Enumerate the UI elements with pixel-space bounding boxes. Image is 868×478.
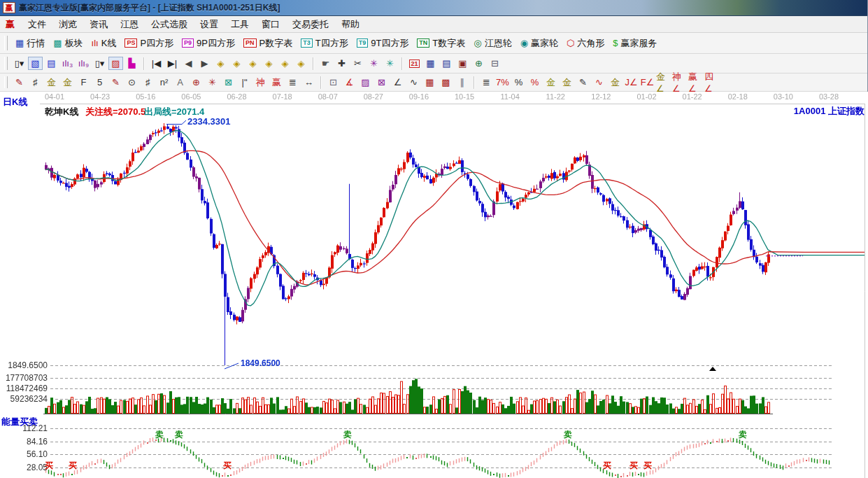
gann-diamond-right-icon[interactable]: ◈: [229, 57, 244, 70]
shen-angle-icon[interactable]: 神∠: [672, 76, 687, 89]
web-service-icon[interactable]: ⊕: [471, 57, 486, 70]
calculator-icon[interactable]: ▦: [423, 57, 438, 70]
circle-3-icon[interactable]: ⊙: [124, 76, 139, 89]
scissors-tool-icon[interactable]: ✂: [350, 57, 365, 70]
menu-item-4[interactable]: 公式选股: [145, 17, 194, 31]
box-fan-icon[interactable]: ⊠: [374, 76, 389, 89]
gold-circle-icon[interactable]: 金: [543, 76, 558, 89]
gann-diamond-star-icon[interactable]: ◈: [278, 57, 292, 70]
last-page-icon[interactable]: ▶|: [165, 57, 180, 70]
menu-item-1[interactable]: 浏览: [52, 17, 83, 31]
wave-tool-icon[interactable]: ∿: [406, 76, 421, 89]
9p-square-button[interactable]: P99P四方形: [180, 36, 237, 50]
p-number-table-button[interactable]: PNP数字表: [241, 36, 294, 50]
color-histogram-icon[interactable]: ▙: [124, 57, 139, 70]
save-icon[interactable]: ▣: [455, 57, 470, 70]
t-number-table-button[interactable]: TNT数字表: [415, 36, 467, 50]
calendar-21-icon[interactable]: 21: [407, 57, 422, 70]
menu-item-3[interactable]: 江恩: [114, 17, 145, 31]
angle-a-icon[interactable]: A: [173, 76, 187, 89]
flower-purple-icon[interactable]: ✳: [367, 57, 381, 70]
menu-item-7[interactable]: 窗口: [255, 17, 286, 31]
quote-mark-icon[interactable]: |ʺ: [237, 76, 252, 89]
winner-service-button[interactable]: $赢家服务: [611, 36, 659, 50]
pencil-icon[interactable]: ✎: [12, 76, 27, 89]
bars-9-chart-icon[interactable]: ılı₉: [76, 57, 91, 70]
gold-level-icon[interactable]: 金: [560, 76, 574, 89]
fan-box-icon[interactable]: ▨: [358, 76, 373, 89]
grid-fine-icon[interactable]: ▩: [439, 76, 453, 89]
web-red-icon[interactable]: ✳: [205, 76, 220, 89]
gann-diamond-cross-icon[interactable]: ◈: [262, 57, 276, 70]
9t-square-button[interactable]: T99T四方形: [355, 36, 411, 50]
gann-diamond-full-icon[interactable]: ◈: [294, 57, 308, 70]
ying-tool-icon[interactable]: 赢: [269, 76, 284, 89]
toolbar-grip[interactable]: [4, 76, 8, 89]
gann-diamond-left-icon[interactable]: ◈: [213, 57, 228, 70]
t-square-button[interactable]: T3T四方形: [299, 36, 350, 50]
window-resize-icon[interactable]: ⊡: [326, 76, 341, 89]
si-angle-icon[interactable]: 四∠: [704, 76, 719, 89]
percent-icon[interactable]: %: [511, 76, 526, 89]
grid-red-icon[interactable]: ▦: [422, 76, 437, 89]
parallel-lines-icon[interactable]: ∥: [455, 76, 469, 89]
gann-scale-icon[interactable]: ♯: [28, 76, 43, 89]
hexagon-button[interactable]: ⬡六角形: [564, 36, 606, 50]
menu-item-5[interactable]: 设置: [194, 17, 225, 31]
notes-icon[interactable]: ▤: [439, 57, 454, 70]
kline-button[interactable]: ılıK线: [90, 36, 119, 50]
fan-lines-icon[interactable]: ∡: [342, 76, 357, 89]
p-square-button[interactable]: PSP四方形: [122, 36, 176, 50]
pencil-measure-icon[interactable]: ✎: [108, 76, 123, 89]
gann-wheel-button[interactable]: ◎江恩轮: [471, 36, 513, 50]
prev-bar-icon[interactable]: ◀: [181, 57, 196, 70]
web-box-icon[interactable]: ⊠: [221, 76, 236, 89]
j-angle-icon[interactable]: J∠: [624, 76, 639, 89]
print-setup-icon[interactable]: ⊟: [488, 57, 502, 70]
info-clipboard-icon[interactable]: ▤: [44, 57, 59, 70]
sectors-button[interactable]: ▩板块: [51, 36, 85, 50]
width-measure-icon[interactable]: ↔: [301, 76, 316, 89]
gold-grid-b-icon[interactable]: 金: [60, 76, 75, 89]
winner-wheel-button[interactable]: ◉赢家轮: [518, 36, 560, 50]
app-menu-icon[interactable]: 赢: [6, 18, 15, 31]
candle-dropdown-icon[interactable]: ▯▾: [92, 57, 107, 70]
percent-line-icon[interactable]: 7%: [495, 76, 510, 89]
five-grid-icon[interactable]: 5: [92, 76, 107, 89]
flower-teal-icon[interactable]: ✳: [383, 57, 397, 70]
gold-grid-a-icon[interactable]: 金: [44, 76, 59, 89]
hand-tool-icon[interactable]: ☛: [318, 57, 333, 70]
gold-line-icon[interactable]: 金: [608, 76, 622, 89]
menu-item-2[interactable]: 资讯: [83, 17, 114, 31]
menu-item-0[interactable]: 文件: [22, 17, 52, 31]
hash-scale-icon[interactable]: ♯: [141, 76, 155, 89]
f-grid-icon[interactable]: F: [76, 76, 91, 89]
n-square-icon[interactable]: n²: [157, 76, 171, 89]
gann-diamond-width-icon[interactable]: ◈: [246, 57, 260, 70]
shen-tool-icon[interactable]: 神: [253, 76, 268, 89]
f-angle-icon[interactable]: F∠: [640, 76, 655, 89]
crosshair-tool-icon[interactable]: ✚: [334, 57, 349, 70]
price-bars-icon[interactable]: ≣: [479, 76, 494, 89]
chart-canvas[interactable]: [0, 92, 868, 478]
menu-item-8[interactable]: 交易委托: [286, 17, 335, 31]
a-wave-icon[interactable]: ∿: [592, 76, 606, 89]
menu-item-9[interactable]: 帮助: [335, 17, 366, 31]
ying-angle-icon[interactable]: 赢∠: [688, 76, 703, 89]
ruler-123-icon[interactable]: ≣: [285, 76, 300, 89]
candle-type-dropdown-icon[interactable]: ▯▾: [12, 57, 27, 70]
toolbar-grip[interactable]: [4, 36, 8, 50]
circle-cross-icon[interactable]: ⊕: [189, 76, 204, 89]
quotes-button[interactable]: ▦行情: [13, 36, 47, 50]
pencil-black-icon[interactable]: ✎: [576, 76, 590, 89]
percent-level-icon[interactable]: %: [527, 76, 542, 89]
dual-kline-toggle-icon[interactable]: ▨: [108, 57, 123, 70]
bars-3-chart-icon[interactable]: ılı₃: [60, 57, 75, 70]
next-bar-icon[interactable]: ▶: [197, 57, 212, 70]
network-kline-toggle-icon[interactable]: ▧: [28, 57, 43, 70]
menu-item-6[interactable]: 工具: [225, 17, 255, 31]
toolbar-grip[interactable]: [4, 57, 8, 70]
angle-lines-icon[interactable]: ∠: [390, 76, 405, 89]
first-page-icon[interactable]: |◀: [149, 57, 164, 70]
gold-angle-icon[interactable]: 金∠: [656, 76, 671, 89]
